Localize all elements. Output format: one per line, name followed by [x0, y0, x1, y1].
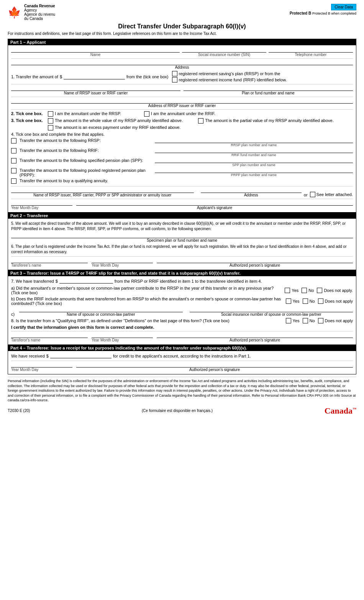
dollar-sign: $: [60, 74, 62, 79]
annuitant-rrif-checkbox[interactable]: [144, 111, 149, 117]
received-amount-input[interactable]: [50, 353, 111, 358]
clear-data-button[interactable]: Clear Data: [331, 4, 356, 10]
annuitant-rrif-label: I am the annuitant under the RRIF.: [151, 111, 215, 116]
telephone-label: Telephone number: [269, 53, 353, 57]
item8-dna-checkbox[interactable]: [318, 318, 323, 323]
see-letter-checkbox[interactable]: [310, 192, 315, 197]
spp-plan-input[interactable]: [155, 158, 353, 163]
item-a-yes-label: Yes: [292, 288, 298, 293]
transfer-rrsp-checkbox[interactable]: [11, 138, 16, 143]
part3-dollar: $: [56, 279, 58, 284]
part4-date-input[interactable]: [11, 363, 72, 368]
prpp-plan-label: PRPP plan number and name: [155, 173, 353, 177]
part3-header: Part 3 – Transferor: Issue a T4RSP or T4…: [8, 270, 356, 276]
transferred-amount-input[interactable]: [59, 279, 113, 284]
sin-label: Social insurance number (SIN): [182, 53, 266, 57]
part4-auth-sig-input[interactable]: [76, 363, 353, 368]
spp-plan-label: SPP plan number and name: [155, 163, 353, 167]
item8-yes-checkbox[interactable]: [286, 318, 291, 323]
item8-no-label: No: [310, 318, 315, 323]
item-a-dna-label: Does not apply.: [324, 288, 353, 293]
transfer-amount-input[interactable]: [64, 74, 125, 79]
issuer-main-address-input[interactable]: [201, 188, 302, 193]
rrif-checkbox[interactable]: [172, 77, 177, 82]
transfer-spp-checkbox[interactable]: [11, 158, 16, 163]
address-label: Address: [11, 65, 353, 69]
plan-fund-input[interactable]: [184, 86, 353, 91]
see-letter-label: See letter attached.: [316, 192, 353, 197]
transferor-name-input[interactable]: [11, 333, 88, 338]
transfer-spp-label: Transfer the amount to the following spe…: [20, 158, 152, 163]
name-input[interactable]: [11, 48, 180, 53]
part3-date-label: Year Month Day: [92, 338, 153, 342]
rrsp-checkbox[interactable]: [172, 71, 177, 76]
part2-auth-sig-input[interactable]: [157, 258, 353, 263]
rrsp-plan-label: RRSP plan number and name: [155, 143, 353, 147]
part2-auth-sig-label: Authorized person's signature: [157, 263, 353, 267]
french-label: (Ce formulaire est disponible en françai…: [142, 409, 213, 413]
plan-fund-label: Plan or fund number and name: [184, 91, 353, 95]
rrsp-plan-input[interactable]: [155, 138, 353, 143]
item8-text: 8. Is the transfer from a "Qualifying RR…: [11, 318, 284, 323]
part4-auth-sig-label: Authorized person's signature: [76, 368, 353, 372]
spouse-name-input[interactable]: [19, 307, 182, 312]
received-label: We have received: [11, 354, 45, 358]
item-b-yes-checkbox[interactable]: [286, 298, 291, 304]
transfer-rrif-checkbox[interactable]: [11, 148, 16, 153]
whole-value-checkbox[interactable]: [48, 118, 53, 124]
issuer-address-input[interactable]: [11, 99, 353, 104]
transferor-name-label: Tansferor's name: [11, 338, 88, 342]
annuitant-rrsp-checkbox[interactable]: [48, 111, 53, 117]
transfer-annuity-checkbox[interactable]: [11, 178, 16, 184]
issuer-address-label: Address of RRSP issuer or RRIF carrier: [11, 104, 353, 108]
specimen-plan-input[interactable]: [11, 233, 353, 238]
item-a-yes-checkbox[interactable]: [285, 288, 290, 293]
item-a-no-label: No: [308, 288, 314, 293]
rrsp-issuer-input[interactable]: [11, 86, 180, 91]
transferee-name-input[interactable]: [11, 258, 88, 263]
part3-date-input[interactable]: [92, 333, 153, 338]
item-b-dna-checkbox[interactable]: [318, 298, 323, 304]
form-title: Direct Transfer Under Subparagraph 60(l)…: [8, 23, 356, 30]
issuer-main-address-label: Address: [201, 193, 302, 197]
item-b-text: b) Does the RRIF include amounts that we…: [11, 297, 284, 306]
part2-date-input[interactable]: [92, 258, 153, 263]
excess-payment-checkbox[interactable]: [48, 125, 53, 130]
item-c-label: c): [11, 312, 15, 316]
item8-dna-label: Does not apply: [325, 318, 353, 323]
item3-label: 3. Tick one box.: [11, 118, 46, 123]
part2-date-label: Year Month Day: [92, 263, 153, 267]
item7-suffix: from the RRSP or RRIF identified in item…: [115, 279, 262, 284]
item-b-no-checkbox[interactable]: [303, 298, 308, 304]
part1-date-label: Year Month Day: [11, 206, 72, 210]
partial-value-label: The amount is the partial value of my RR…: [205, 118, 333, 123]
spouse-sin-label: Social insurance number of spouse or com…: [190, 312, 353, 316]
protected-b-label: Protected B Protected B when completed: [290, 11, 356, 15]
partial-value-checkbox[interactable]: [198, 118, 203, 124]
rrif-fund-label: RRIF fund number and name: [155, 153, 353, 157]
item7-label: 7. We have transferred: [11, 279, 54, 284]
sin-input[interactable]: [182, 48, 266, 53]
transfer-rrif-label: Transfer the amount to the following RRI…: [20, 148, 152, 153]
rrsp-issuer-label: Name of RRSP issuer or RRIF carrier: [11, 91, 180, 95]
telephone-input[interactable]: [269, 48, 353, 53]
part1-header: Part 1 – Applicant: [8, 39, 356, 45]
address-input[interactable]: [11, 60, 353, 65]
part3-auth-sig-input[interactable]: [157, 333, 353, 338]
form-subtitle: For instructions and definitions, see th…: [8, 31, 356, 36]
part4-header: Part 4 – Transferee: Issue a receipt for…: [8, 345, 356, 351]
item8-no-checkbox[interactable]: [303, 318, 308, 323]
annuity-issuer-name-input[interactable]: [11, 188, 194, 193]
prpp-plan-input[interactable]: [155, 168, 353, 173]
applicant-sig-input[interactable]: [76, 201, 353, 206]
part4-dollar: $: [46, 354, 49, 358]
spouse-sin-input[interactable]: [190, 307, 353, 312]
part1-date-input[interactable]: [11, 201, 72, 206]
item-a-no-checkbox[interactable]: [302, 288, 307, 293]
transfer-prpp-checkbox[interactable]: [11, 168, 16, 173]
item-a-dna-checkbox[interactable]: [317, 288, 322, 293]
whole-value-label: The amount is the whole value of my RRSP…: [55, 118, 183, 123]
part3-auth-sig-label: Authorized person's signature: [157, 338, 353, 342]
item-b-no-label: No: [310, 299, 315, 303]
rrif-fund-input[interactable]: [155, 148, 353, 153]
